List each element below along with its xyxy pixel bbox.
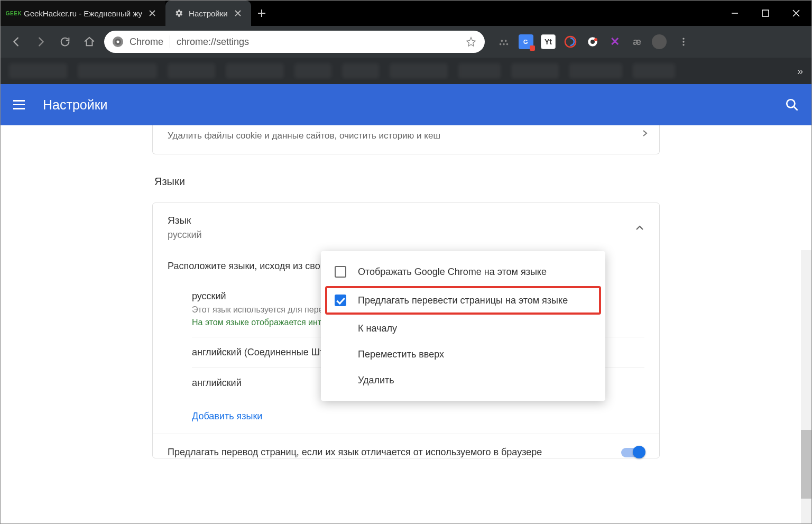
scrollbar[interactable]	[801, 250, 811, 524]
extension-icon[interactable]	[496, 34, 511, 49]
svg-point-12	[590, 40, 595, 44]
close-button[interactable]	[781, 1, 811, 26]
minimize-button[interactable]	[719, 1, 750, 26]
tabs-row: GEEK GeekHacker.ru - Ежедневный жу Настр…	[1, 1, 719, 26]
offer-translate-label: Предлагать перевод страниц, если их язык…	[168, 447, 621, 458]
bookmark-item[interactable]	[226, 63, 284, 78]
menu-button[interactable]	[13, 95, 32, 114]
extensions-row: G Yt ✕ æ	[496, 32, 693, 51]
bookmark-item[interactable]	[342, 63, 379, 78]
svg-point-2	[117, 41, 119, 43]
page-title: Настройки	[43, 97, 108, 113]
extension-icon[interactable]: G	[519, 34, 533, 49]
address-bar[interactable]: Chrome chrome://settings	[104, 31, 485, 53]
svg-rect-0	[762, 10, 769, 16]
svg-point-15	[682, 41, 684, 42]
maximize-button[interactable]	[750, 1, 781, 26]
languages-section-label: Языки	[154, 176, 660, 188]
address-label: Chrome	[130, 36, 163, 48]
tab-close-icon[interactable]	[233, 8, 243, 18]
bookmark-star-icon[interactable]	[466, 36, 476, 47]
window-titlebar: GEEK GeekHacker.ru - Ежедневный жу Настр…	[1, 1, 811, 26]
clear-history-description: Удалить файлы cookie и данные сайтов, оч…	[168, 131, 644, 141]
forward-button[interactable]	[31, 32, 50, 51]
language-row-current: русский	[168, 229, 202, 241]
chevron-right-icon	[641, 130, 649, 137]
clear-history-card[interactable]: Удалить файлы cookie и данные сайтов, оч…	[152, 125, 660, 154]
extension-icon[interactable]	[563, 34, 578, 49]
bookmarks-overflow-icon[interactable]: »	[797, 65, 803, 77]
svg-point-4	[503, 43, 505, 45]
gear-icon	[174, 8, 183, 18]
bookmark-item[interactable]	[390, 63, 448, 78]
browser-menu-button[interactable]	[674, 32, 693, 51]
reload-button[interactable]	[56, 32, 75, 51]
popup-item-label: Удалить	[358, 375, 394, 386]
svg-point-5	[506, 43, 509, 45]
extension-icon[interactable]: æ	[630, 34, 644, 49]
checkbox-checked-icon[interactable]	[335, 295, 346, 306]
bookmark-item[interactable]	[511, 63, 559, 78]
svg-point-3	[500, 43, 502, 45]
chevron-up-icon	[635, 223, 644, 233]
extension-icon[interactable]	[585, 34, 600, 49]
popup-offer-translate[interactable]: Предлагать перевести страницы на этом яз…	[326, 287, 600, 314]
new-tab-button[interactable]	[251, 1, 272, 26]
offer-translate-toggle[interactable]	[621, 448, 644, 457]
window-controls	[719, 1, 811, 26]
settings-content: Удалить файлы cookie и данные сайтов, оч…	[1, 125, 811, 524]
bookmark-item[interactable]	[168, 63, 215, 78]
add-languages-button[interactable]: Добавить языки	[168, 398, 644, 425]
tab-title: GeekHacker.ru - Ежедневный жу	[24, 9, 142, 18]
tab-settings[interactable]: Настройки	[165, 1, 251, 26]
bookmark-item[interactable]	[294, 63, 331, 78]
extension-icon[interactable]	[652, 34, 667, 49]
popup-move-to-top[interactable]: К началу	[321, 316, 605, 342]
home-button[interactable]	[80, 32, 99, 51]
bookmark-item[interactable]	[458, 63, 501, 78]
popup-move-up[interactable]: Переместить вверх	[321, 342, 605, 367]
svg-point-16	[682, 44, 684, 45]
language-options-popup: Отображать Google Chrome на этом языке П…	[321, 251, 605, 401]
svg-point-6	[501, 40, 503, 42]
popup-item-label: Предлагать перевести страницы на этом яз…	[358, 295, 568, 306]
language-expand-row[interactable]: Язык русский	[168, 213, 644, 251]
popup-delete[interactable]: Удалить	[321, 367, 605, 393]
offer-translate-row: Предлагать перевод страниц, если их язык…	[168, 434, 644, 458]
language-row-title: Язык	[168, 215, 202, 226]
extension-icon[interactable]: Yt	[541, 34, 556, 49]
browser-toolbar: Chrome chrome://settings G Yt ✕ æ	[1, 26, 811, 58]
popup-display-in-language[interactable]: Отображать Google Chrome на этом языке	[321, 259, 605, 285]
checkbox-icon[interactable]	[335, 266, 346, 278]
scrollbar-thumb[interactable]	[801, 430, 811, 499]
popup-item-label: Отображать Google Chrome на этом языке	[358, 266, 547, 278]
settings-header: Настройки	[1, 84, 811, 125]
bookmark-item[interactable]	[9, 63, 67, 78]
address-url: chrome://settings	[177, 36, 459, 48]
popup-item-label: К началу	[358, 323, 397, 334]
svg-text:G: G	[523, 39, 528, 45]
tab-title: Настройки	[189, 9, 228, 18]
bookmark-item[interactable]	[78, 63, 157, 78]
bookmarks-bar: »	[1, 58, 811, 84]
favicon-geekhacker: GEEK	[9, 8, 19, 18]
tab-geekhacker[interactable]: GEEK GeekHacker.ru - Ежедневный жу	[1, 1, 165, 26]
bookmark-item[interactable]	[569, 63, 622, 78]
bookmark-item[interactable]	[633, 63, 675, 78]
extension-icon[interactable]: ✕	[607, 34, 622, 49]
svg-point-14	[682, 38, 684, 40]
svg-point-13	[594, 38, 597, 41]
tab-close-icon[interactable]	[147, 8, 157, 18]
popup-item-label: Переместить вверх	[358, 349, 444, 360]
back-button[interactable]	[7, 32, 26, 51]
address-separator	[170, 35, 170, 48]
chrome-icon	[113, 36, 123, 47]
search-button[interactable]	[785, 98, 799, 112]
svg-point-7	[505, 40, 507, 42]
